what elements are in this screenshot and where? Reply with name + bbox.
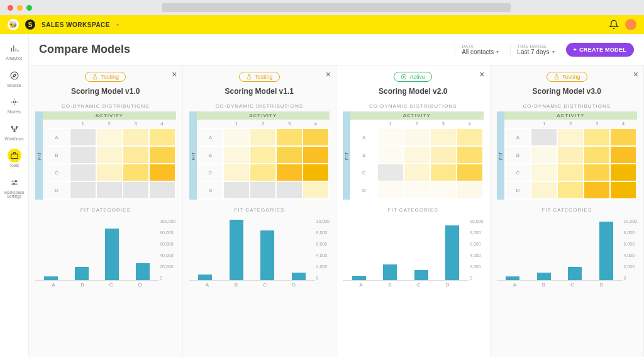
bar[interactable] <box>198 275 212 280</box>
heatmap-cell[interactable] <box>96 128 123 146</box>
heatmap-cell[interactable] <box>250 181 276 199</box>
heatmap-cell[interactable] <box>223 146 250 164</box>
heatmap-cell[interactable] <box>430 128 457 146</box>
bar[interactable] <box>230 220 243 280</box>
heatmap-cell[interactable] <box>70 181 96 199</box>
heatmap-cell[interactable] <box>96 164 123 181</box>
bar[interactable] <box>537 273 551 280</box>
bar[interactable] <box>75 267 89 280</box>
sidebar-item-models[interactable]: Models <box>3 93 26 117</box>
heatmap-cell[interactable] <box>96 146 123 164</box>
heatmap-cell[interactable] <box>276 146 303 164</box>
create-model-button[interactable]: +CREATE MODEL <box>566 43 635 57</box>
window-max-dot[interactable] <box>26 5 32 11</box>
heatmap-cell[interactable] <box>123 146 149 164</box>
heatmap-cell[interactable] <box>404 181 430 199</box>
heatmap-cell[interactable] <box>610 181 636 199</box>
bar[interactable] <box>260 230 274 280</box>
heatmap-cell[interactable] <box>531 181 557 199</box>
close-icon[interactable]: × <box>633 69 638 79</box>
heatmap-cell[interactable] <box>303 181 329 199</box>
heatmap-cell[interactable] <box>123 181 149 199</box>
url-bar[interactable] <box>162 3 511 12</box>
heatmap-cell[interactable] <box>377 146 404 164</box>
heatmap-cell[interactable] <box>276 181 303 199</box>
heatmap-cell[interactable] <box>457 164 483 181</box>
bar[interactable] <box>383 264 397 280</box>
bar[interactable] <box>506 276 519 280</box>
heatmap-cell[interactable] <box>303 128 329 146</box>
window-close-dot[interactable] <box>8 5 13 11</box>
heatmap-cell[interactable] <box>70 128 96 146</box>
sidebar-item-workflows[interactable]: Workflows <box>3 120 26 144</box>
heatmap-cell[interactable] <box>250 164 276 181</box>
heatmap-cell[interactable] <box>404 164 430 181</box>
window-min-dot[interactable] <box>17 5 23 11</box>
heatmap-cell[interactable] <box>250 146 276 164</box>
heatmap-cell[interactable] <box>96 181 123 199</box>
bar[interactable] <box>105 229 119 280</box>
heatmap-cell[interactable] <box>557 146 584 164</box>
bar[interactable] <box>44 276 58 280</box>
bar[interactable] <box>136 263 150 280</box>
heatmap-cell[interactable] <box>584 181 610 199</box>
bar[interactable] <box>599 222 613 280</box>
bar[interactable] <box>414 270 428 280</box>
sidebar-item-tools[interactable]: Tools <box>3 146 26 171</box>
heatmap-cell[interactable] <box>584 146 610 164</box>
sidebar-item-analytics[interactable]: Analytics <box>3 39 26 64</box>
heatmap-cell[interactable] <box>223 164 250 181</box>
sidebar-item-settings[interactable]: Workspace Settings <box>3 173 26 201</box>
heatmap-cell[interactable] <box>123 164 149 181</box>
heatmap-cell[interactable] <box>276 164 303 181</box>
heatmap-cell[interactable] <box>223 128 250 146</box>
heatmap-cell[interactable] <box>557 164 584 181</box>
bar[interactable] <box>445 225 459 280</box>
workspace-name[interactable]: SALES WORKSPACE <box>42 21 110 28</box>
heatmap-cell[interactable] <box>557 181 584 199</box>
bell-icon[interactable] <box>609 20 619 30</box>
heatmap-cell[interactable] <box>404 146 430 164</box>
heatmap-cell[interactable] <box>303 164 329 181</box>
heatmap-cell[interactable] <box>377 128 404 146</box>
heatmap-cell[interactable] <box>531 146 557 164</box>
heatmap-cell[interactable] <box>250 128 276 146</box>
bar[interactable] <box>352 276 366 280</box>
heatmap-cell[interactable] <box>610 164 636 181</box>
heatmap-cell[interactable] <box>531 128 557 146</box>
heatmap-cell[interactable] <box>610 128 636 146</box>
heatmap-cell[interactable] <box>223 181 250 199</box>
heatmap-cell[interactable] <box>149 181 175 199</box>
heatmap-cell[interactable] <box>149 146 175 164</box>
avatar[interactable] <box>625 19 636 30</box>
heatmap-cell[interactable] <box>149 128 175 146</box>
time-range-filter[interactable]: TIME RANGE Last 7 days▾ <box>510 44 560 55</box>
heatmap-cell[interactable] <box>430 146 457 164</box>
heatmap-cell[interactable] <box>123 128 149 146</box>
heatmap-cell[interactable] <box>70 164 96 181</box>
app-logo[interactable]: 🐝 <box>8 19 19 30</box>
heatmap-cell[interactable] <box>557 128 584 146</box>
sidebar-item-browse[interactable]: Browse <box>3 66 26 91</box>
heatmap-cell[interactable] <box>457 128 483 146</box>
heatmap-cell[interactable] <box>430 164 457 181</box>
close-icon[interactable]: × <box>172 69 177 79</box>
heatmap-cell[interactable] <box>531 164 557 181</box>
heatmap-cell[interactable] <box>404 128 430 146</box>
bar[interactable] <box>568 267 582 280</box>
heatmap-cell[interactable] <box>303 146 329 164</box>
heatmap-cell[interactable] <box>276 128 303 146</box>
close-icon[interactable]: × <box>479 69 484 79</box>
heatmap-cell[interactable] <box>584 164 610 181</box>
heatmap-cell[interactable] <box>430 181 457 199</box>
heatmap-cell[interactable] <box>457 146 483 164</box>
close-icon[interactable]: × <box>326 69 331 79</box>
chevron-down-icon[interactable]: ▾ <box>116 22 119 28</box>
heatmap-cell[interactable] <box>377 181 404 199</box>
bar[interactable] <box>292 273 306 280</box>
heatmap-cell[interactable] <box>70 146 96 164</box>
heatmap-cell[interactable] <box>377 164 404 181</box>
heatmap-cell[interactable] <box>457 181 483 199</box>
heatmap-cell[interactable] <box>584 128 610 146</box>
data-filter[interactable]: DATA All contacts▾ <box>455 44 505 55</box>
